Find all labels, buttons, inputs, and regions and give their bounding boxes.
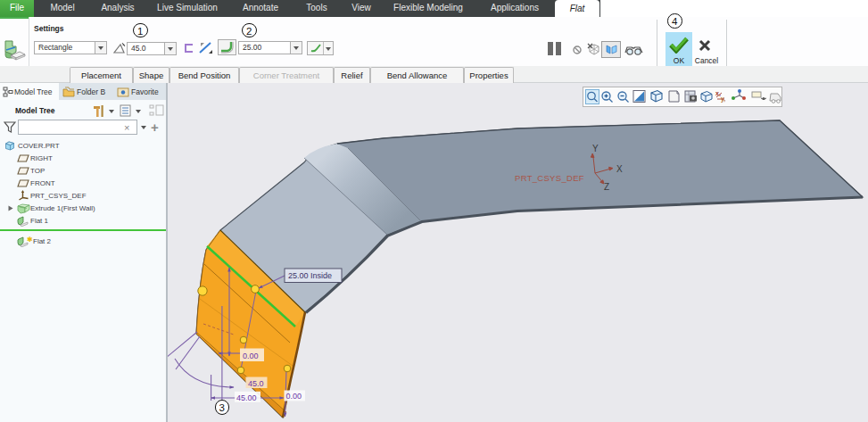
- svg-text:45.0: 45.0: [248, 379, 264, 388]
- svg-text:Z: Z: [604, 182, 609, 192]
- svg-text:0.00: 0.00: [243, 352, 259, 360]
- svg-text:PRT_CSYS_DEF: PRT_CSYS_DEF: [515, 173, 584, 183]
- svg-text:Y: Y: [592, 144, 599, 153]
- svg-text:45.00: 45.00: [236, 393, 257, 402]
- svg-text:X: X: [616, 164, 623, 174]
- svg-text:0.00: 0.00: [286, 392, 302, 401]
- svg-text:25.00 Inside: 25.00 Inside: [288, 271, 332, 280]
